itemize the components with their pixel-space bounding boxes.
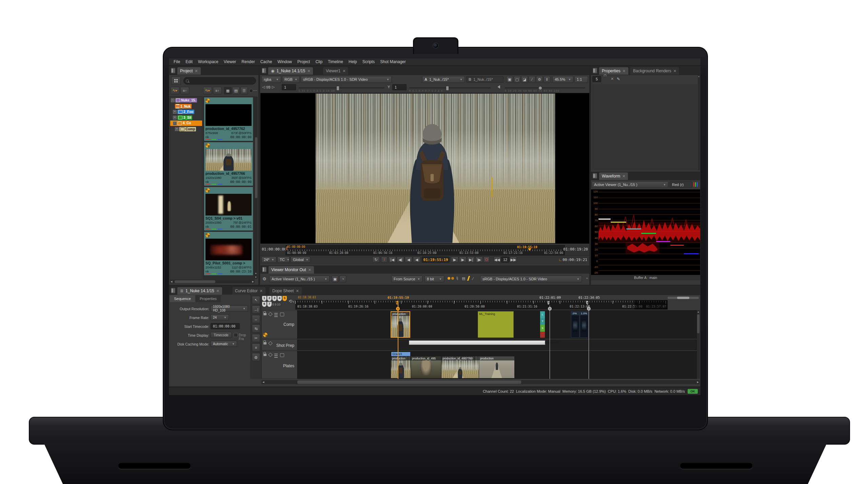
set-out-button[interactable]: O xyxy=(484,257,490,263)
bit-depth-dropdown[interactable]: 8 bit▼ xyxy=(425,276,444,282)
slash-icon[interactable]: ∕ xyxy=(473,276,473,281)
tree-expander[interactable]: + xyxy=(175,127,179,131)
edit-icon[interactable]: ✎ xyxy=(617,77,620,81)
gamma-knob[interactable] xyxy=(446,86,449,91)
visibility-icon[interactable] xyxy=(268,341,273,346)
timeline-chart-icon[interactable]: ∟ xyxy=(558,258,562,262)
select-tool[interactable]: ↖ xyxy=(252,296,260,304)
wipe-icon[interactable]: ◪ xyxy=(521,76,528,83)
clip-ml-training[interactable]: ML_Training xyxy=(478,311,514,338)
bin-view-list-button[interactable]: ▤ xyxy=(232,87,240,94)
close-icon[interactable]: ✕ xyxy=(622,174,625,179)
gamma-input[interactable]: 1 xyxy=(392,84,407,90)
clip-retime-1[interactable]: .0% xyxy=(571,311,579,338)
goto-end-button[interactable]: |▶ xyxy=(475,257,483,263)
ij-icon[interactable]: Ij xyxy=(456,276,458,280)
gain-input[interactable]: 1 xyxy=(282,84,296,90)
disk-caching-dropdown[interactable]: Automatic▼ xyxy=(211,341,237,347)
input-b-dropdown[interactable]: B1_Nuk../15* xyxy=(466,76,504,83)
aperture-control[interactable]: ◁f/8▷ xyxy=(262,85,275,89)
track-header-comp[interactable]: Comp xyxy=(261,310,297,339)
menu-workspace[interactable]: Workspace xyxy=(195,59,221,64)
menu-viewer[interactable]: Viewer xyxy=(221,59,239,64)
framerate-dropdown[interactable]: 24▼ xyxy=(211,314,229,320)
set-in-button[interactable]: I xyxy=(381,257,387,263)
source-dropdown[interactable]: From Source▼ xyxy=(391,276,422,282)
viewer-canvas[interactable] xyxy=(260,93,589,244)
orange-dot2-icon[interactable] xyxy=(451,277,454,280)
lock-icon[interactable] xyxy=(263,313,267,315)
layers-icon[interactable] xyxy=(274,354,278,358)
tab-dope-sheet[interactable]: Dope Sheet✕ xyxy=(270,287,302,295)
razor-tool[interactable]: ✂ xyxy=(252,334,260,342)
time-display-toggle[interactable]: Timecode xyxy=(211,332,232,338)
scroll-up-icon[interactable]: ▲ xyxy=(697,311,699,313)
sync-icon[interactable]: ⟲▼ xyxy=(289,299,295,304)
close-icon[interactable]: ✕ xyxy=(260,289,263,293)
panel-menu-icon[interactable] xyxy=(262,68,266,73)
format-icon[interactable]: ▢ xyxy=(514,76,520,83)
sort-az-button[interactable]: ᴬᴢ▾ xyxy=(171,87,179,94)
bin-view-grid-button[interactable]: ▦ xyxy=(224,87,232,94)
close-icon[interactable]: ✕ xyxy=(308,268,311,272)
clip-plate-1[interactable]: production xyxy=(391,356,411,378)
range-dropdown[interactable]: Global▼ xyxy=(291,257,310,263)
next-keyframe-button[interactable]: ▶| xyxy=(467,257,475,263)
timeline-ruler[interactable]: 01:18:38:03 01:19:26:16 01:20:08:08 01:2… xyxy=(295,300,668,310)
prev-keyframe-button[interactable]: ◀| xyxy=(397,257,404,263)
prev-icon[interactable]: ◁ xyxy=(262,85,265,89)
waveform-channel-dropdown[interactable]: Red (r) xyxy=(670,181,692,188)
tab-properties[interactable]: Properties✕ xyxy=(599,67,628,75)
close-icon[interactable]: ✕ xyxy=(307,69,310,73)
bin-view-detail-button[interactable]: ☰ xyxy=(240,87,248,94)
tag-7[interactable]: 7 xyxy=(267,302,272,307)
play-reverse-button[interactable]: ◀ xyxy=(413,257,420,263)
scroll-up-icon[interactable]: ▲ xyxy=(255,272,257,274)
timeline-hscrollbar[interactable]: ◀ ▶ xyxy=(261,380,700,384)
trim-tool[interactable]: ↔ xyxy=(252,315,260,323)
layer-dropdown[interactable]: RGB▼ xyxy=(282,76,300,83)
goto-start-button[interactable]: |◀ xyxy=(389,257,396,263)
close-icon[interactable]: ✕ xyxy=(623,69,626,73)
slash-icon[interactable]: ∕ xyxy=(529,76,535,83)
playhead-pin[interactable]: 5 xyxy=(396,300,398,305)
step-back-button[interactable]: ◀ xyxy=(405,257,412,263)
close-icon[interactable]: ✕ xyxy=(296,289,299,293)
close-icon[interactable]: ✕ xyxy=(195,69,198,73)
tree-row-5[interactable]: + Comp xyxy=(175,127,196,131)
tree-row-3[interactable]: + 3_Sli xyxy=(173,115,192,120)
zoom-dropdown[interactable]: 45.5%▼ xyxy=(552,76,573,83)
menu-file[interactable]: File xyxy=(171,59,183,64)
skip-back-icon[interactable]: ◀◀ xyxy=(494,257,500,263)
tab-timeline-sequence[interactable]: ≣ 1_Nuke 14.1/15✕ xyxy=(177,287,222,295)
gain-knob[interactable] xyxy=(336,86,339,91)
track-shotprep[interactable]: Inference2 xyxy=(297,339,697,350)
panel-menu-icon[interactable] xyxy=(171,288,175,293)
speaker-icon[interactable] xyxy=(497,85,500,89)
layers-icon[interactable] xyxy=(274,313,278,317)
clip-lts-strip[interactable]: L T S xyxy=(540,311,545,338)
next-icon[interactable]: ▷ xyxy=(272,85,275,89)
menu-clip[interactable]: Clip xyxy=(313,59,325,64)
clip-plate-3[interactable]: production_id_4957760 xyxy=(441,356,479,378)
skip-frames-input[interactable]: 12 xyxy=(501,257,509,263)
track-comp[interactable]: production ML_Training L T S .0% 1.0% xyxy=(297,310,697,339)
scroll-right-icon[interactable]: ▶ xyxy=(697,381,699,384)
tag-8[interactable]: 8 xyxy=(272,303,274,306)
menu-cache[interactable]: Cache xyxy=(258,59,275,64)
channels-dropdown[interactable]: rgba▼ xyxy=(261,76,281,83)
bin-card-2[interactable]: production_id_4957766 1920x1080 350f @50… xyxy=(204,142,253,186)
scroll-left-icon[interactable]: ◀ xyxy=(171,280,172,283)
scroll-down-icon[interactable]: ▼ xyxy=(255,276,257,278)
visibility-icon[interactable] xyxy=(268,353,273,357)
menu-shot-manager[interactable]: Shot Manager xyxy=(377,59,408,64)
skip-forward-icon[interactable]: ▶▶ xyxy=(510,257,517,263)
panel-menu-icon[interactable] xyxy=(593,68,597,73)
current-timecode[interactable]: 01:19:55:19 xyxy=(422,257,450,263)
ratio-dropdown[interactable]: 1:1 xyxy=(574,76,588,83)
tree-row-2[interactable]: + 2_Foo xyxy=(173,110,194,114)
pause-icon[interactable]: ‖ xyxy=(544,76,550,83)
tree-expander[interactable]: − xyxy=(173,122,177,125)
scroll-up-icon[interactable]: ▲ xyxy=(698,75,700,77)
active-viewer-dropdown[interactable]: Active Viewer (1_Nu../15 )▼ xyxy=(269,276,330,282)
